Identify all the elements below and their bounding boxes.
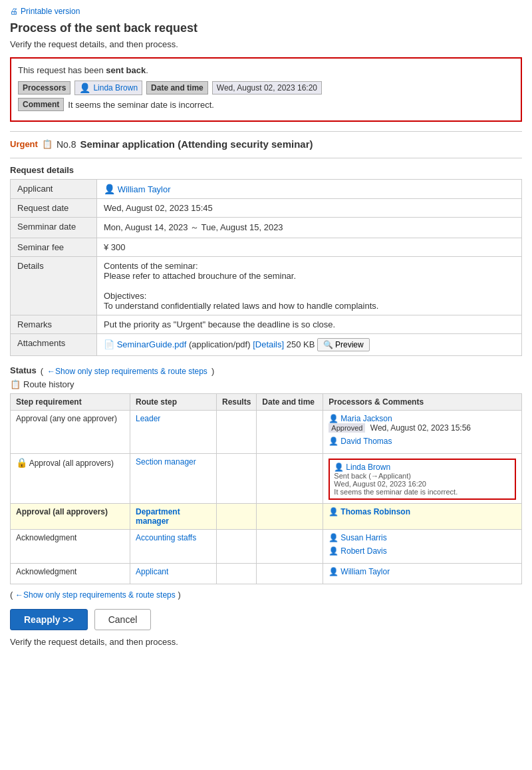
comment-value: It seems the seminar date is incorrect.	[68, 100, 214, 110]
request-details-title: Request details	[10, 165, 522, 175]
route-history-label: 📋 Route history	[10, 379, 522, 389]
processor-robert-link[interactable]: Robert Davis	[340, 546, 386, 556]
preview-button[interactable]: 🔍 Preview	[317, 338, 370, 351]
route-1-link[interactable]: Leader	[136, 414, 160, 423]
table-row: Semminar date Mon, August 14, 2023 ～ Tue…	[11, 218, 522, 238]
step-5: Acknowledgment	[11, 564, 130, 584]
processor-susan-link[interactable]: Susan Harris	[340, 533, 386, 542]
value-seminar-fee: ¥ 300	[97, 238, 522, 257]
route-5: Applicant	[130, 564, 217, 584]
result-3	[217, 504, 257, 530]
divider-2	[10, 158, 522, 158]
date-3	[257, 504, 323, 530]
approved-date: Wed, August 02, 2023 15:56	[370, 423, 471, 433]
processor-link[interactable]: Linda Brown	[93, 83, 138, 93]
processors-1: 👤 Maria Jackson Approved Wed, August 02,…	[323, 411, 522, 454]
printable-link[interactable]: 🖨 Printable version	[10, 7, 522, 16]
doc-icon: 📋	[42, 139, 53, 149]
processor-name: 👤 William Taylor	[329, 567, 516, 576]
value-details: Contents of the seminar: Please refer to…	[97, 257, 522, 315]
processor-block: 👤 Maria Jackson Approved Wed, August 02,…	[329, 414, 516, 433]
label-seminar-date: Semminar date	[11, 218, 97, 238]
result-2	[217, 454, 257, 504]
step-2: 🔒 Approval (all approvers)	[11, 454, 130, 504]
processor-maria-link[interactable]: Maria Jackson	[340, 414, 392, 423]
route-1: Leader	[130, 411, 217, 454]
comment-label: Comment	[18, 98, 64, 111]
user-icon: 👤	[329, 546, 338, 556]
bottom-show-link[interactable]: ←Show only step requirements & route ste…	[15, 590, 176, 600]
route-history-text: Route history	[23, 379, 74, 389]
processor-block: 👤 Thomas Robinson	[329, 507, 516, 516]
route-row-3: Approval (all approvers) Department mana…	[11, 504, 522, 530]
label-attachments: Attachments	[11, 334, 97, 356]
table-row: Details Contents of the seminar: Please …	[11, 257, 522, 315]
attachment-details-link[interactable]: [Details]	[253, 339, 284, 349]
processor-william-link[interactable]: William Taylor	[340, 567, 390, 576]
file-icon: 📄	[104, 339, 114, 349]
result-1	[217, 411, 257, 454]
action-buttons: Reapply >> Cancel	[10, 609, 522, 630]
applicant-link[interactable]: William Taylor	[118, 184, 171, 194]
th-route: Route step	[130, 394, 217, 411]
th-date: Date and time	[257, 394, 323, 411]
th-step: Step requirement	[11, 394, 130, 411]
result-5	[217, 564, 257, 584]
preview-label: Preview	[335, 340, 364, 349]
label-applicant: Applicant	[11, 180, 97, 199]
route-icon: 📋	[10, 379, 21, 389]
sent-back-status: Sent back (→Applicant) Wed, August 02, 2…	[334, 472, 511, 496]
date-1	[257, 411, 323, 454]
value-attachments: 📄 SeminarGuide.pdf (application/pdf) [De…	[97, 334, 522, 356]
sent-back-highlight: 👤 Linda Brown Sent back (→Applicant) Wed…	[329, 459, 516, 500]
result-4	[217, 530, 257, 564]
route-4: Accounting staffs	[130, 530, 217, 564]
processors-4: 👤 Susan Harris 👤 Robert Davis	[323, 530, 522, 564]
step-3: Approval (all approvers)	[11, 504, 130, 530]
app-title: Seminar application (Attending security …	[80, 138, 313, 150]
processor-linda-link[interactable]: Linda Brown	[346, 463, 390, 472]
th-processors: Processors & Comments	[323, 394, 522, 411]
reapply-button[interactable]: Reapply >>	[10, 609, 88, 630]
approved-badge: Approved	[329, 423, 365, 433]
page-title: Process of the sent back request	[10, 21, 522, 35]
processor-name: 👤 David Thomas	[329, 437, 516, 446]
request-details-table: Applicant 👤 William Taylor Request date …	[10, 179, 522, 356]
table-row: Attachments 📄 SeminarGuide.pdf (applicat…	[11, 334, 522, 356]
processor-block: 👤 Robert Davis	[329, 546, 516, 556]
route-3: Department manager	[130, 504, 217, 530]
processors-3: 👤 Thomas Robinson	[323, 504, 522, 530]
value-seminar-date: Mon, August 14, 2023 ～ Tue, August 15, 2…	[97, 218, 522, 238]
processor-david-link[interactable]: David Thomas	[340, 437, 392, 446]
sent-back-comment-row: Comment It seems the seminar date is inc…	[18, 98, 514, 111]
urgent-badge: Urgent	[10, 139, 38, 149]
processor-name: 👤 Robert Davis	[329, 546, 516, 556]
route-2: Section manager	[130, 454, 217, 504]
route-3-link[interactable]: Department manager	[136, 507, 180, 526]
user-icon: 👤	[79, 83, 90, 93]
divider-1	[10, 131, 522, 132]
cancel-button[interactable]: Cancel	[94, 609, 152, 630]
processor-name: 👤 Linda Brown	[334, 463, 511, 472]
sent-back-notice: This request has been sent back. Process…	[10, 57, 522, 122]
status-title: Status	[10, 365, 37, 375]
step-4: Acknowledgment	[11, 530, 130, 564]
user-icon: 👤	[329, 414, 338, 423]
printable-link-label: Printable version	[21, 7, 80, 16]
processors-2: 👤 Linda Brown Sent back (→Applicant) Wed…	[323, 454, 522, 504]
date-time-label: Date and time	[146, 81, 208, 95]
step-1: Approval (any one approver)	[11, 411, 130, 454]
table-row: Request date Wed, August 02, 2023 15:45	[11, 199, 522, 218]
date-time-value: Wed, August 02, 2023 16:20	[212, 81, 322, 95]
route-2-link[interactable]: Section manager	[136, 457, 196, 467]
route-5-link[interactable]: Applicant	[136, 567, 168, 576]
date-2	[257, 454, 323, 504]
sent-back-processors-row: Processors 👤 Linda Brown Date and time W…	[18, 81, 514, 95]
user-icon: 👤	[329, 567, 338, 576]
processor-name: 👤 Maria Jackson	[329, 414, 516, 423]
processor-thomas-link[interactable]: Thomas Robinson	[340, 507, 410, 516]
attachment-filename-link[interactable]: SeminarGuide.pdf	[117, 339, 187, 349]
route-4-link[interactable]: Accounting staffs	[136, 533, 196, 542]
label-details: Details	[11, 257, 97, 315]
status-show-link[interactable]: ←Show only step requirements & route ste…	[47, 367, 207, 376]
